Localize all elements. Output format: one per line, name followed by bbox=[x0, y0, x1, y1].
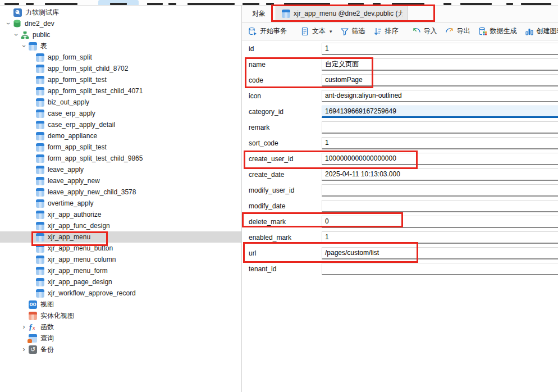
tree-node-queries[interactable]: › 查询 bbox=[0, 332, 241, 344]
tree-node-table-overtime_apply[interactable]: overtime_apply bbox=[0, 198, 241, 209]
table-icon bbox=[36, 76, 44, 84]
tree-node-table-form_app_split_test_child_9865[interactable]: form_app_split_test_child_9865 bbox=[0, 153, 241, 164]
tree-node-label: dne2_dev bbox=[25, 20, 54, 28]
tree-node-label: xjr_app_authorize bbox=[48, 211, 101, 218]
tree-node-table-app_form_split_test_child_4071[interactable]: app_form_split_test_child_4071 bbox=[0, 85, 241, 97]
tree-node-label: xjr_app_menu bbox=[48, 233, 90, 241]
field-value-input[interactable] bbox=[322, 121, 558, 134]
begin-transaction-icon bbox=[248, 27, 257, 36]
field-value-input[interactable]: /pages/custom/list bbox=[322, 247, 558, 259]
table-icon bbox=[36, 188, 44, 197]
field-label: tenant_id bbox=[242, 265, 322, 273]
chevron-expanded-icon[interactable]: › bbox=[5, 20, 12, 28]
field-value-input[interactable]: 1 bbox=[322, 137, 558, 149]
field-value-input[interactable]: 2025-04-11 10:13:03.000 bbox=[322, 168, 558, 181]
table-icon bbox=[36, 98, 44, 107]
tree-node-table-biz_out_apply[interactable]: biz_out_apply bbox=[0, 97, 241, 108]
tab-objects[interactable]: 对象 bbox=[242, 6, 276, 22]
database-icon bbox=[13, 20, 21, 28]
tree-node-label: xjr_app_menu_button bbox=[48, 244, 113, 252]
tree-node-table-app_form_split[interactable]: app_form_split bbox=[0, 52, 241, 63]
schema-icon bbox=[21, 31, 29, 39]
field-value-input[interactable]: 1694139669167259649 bbox=[322, 106, 558, 118]
data-generation-button[interactable]: 数据生成 bbox=[474, 24, 521, 38]
field-value-input[interactable]: 1 bbox=[322, 231, 558, 244]
tree-node-table-app_form_split_test[interactable]: app_form_split_test bbox=[0, 74, 241, 85]
record-field-row-url: url /pages/custom/list bbox=[242, 245, 558, 261]
tree-node-table-app_form_split_child_8702[interactable]: app_form_split_child_8702 bbox=[0, 63, 241, 74]
chevron-collapsed-icon[interactable]: › bbox=[20, 323, 28, 330]
tree-node-table-xjr_app_menu[interactable]: xjr_app_menu bbox=[0, 231, 241, 243]
tree-node-table-xjr_app_func_design[interactable]: xjr_app_func_design bbox=[0, 220, 241, 231]
field-value-input[interactable]: ant-design:aliyun-outlined bbox=[322, 90, 558, 102]
text-view-button[interactable]: 文本 ▾ bbox=[296, 24, 336, 38]
tree-node-views[interactable]: › oo 视图 bbox=[0, 299, 241, 310]
tree-node-table-xjr_workflow_approve_record[interactable]: xjr_workflow_approve_record bbox=[0, 288, 241, 299]
sort-icon bbox=[373, 27, 382, 36]
postgresql-connection-icon bbox=[13, 8, 22, 17]
field-label: remark bbox=[242, 124, 322, 131]
tree-node-table-form_app_split_test[interactable]: form_app_split_test bbox=[0, 142, 241, 153]
data-generation-icon bbox=[478, 27, 487, 36]
record-field-row-create_date: create_date 2025-04-11 10:13:03.000 bbox=[242, 167, 558, 183]
filter-button[interactable]: 筛选 bbox=[336, 24, 369, 38]
tree-node-backups[interactable]: › ↺ 备份 bbox=[0, 344, 241, 355]
tree-node-table-leave_apply[interactable]: leave_apply bbox=[0, 164, 241, 175]
tree-node-functions[interactable]: › ƒx 函数 bbox=[0, 321, 241, 332]
field-value-input[interactable]: 1 bbox=[322, 43, 558, 55]
tree-node-table-xjr_app_menu_column[interactable]: xjr_app_menu_column bbox=[0, 254, 241, 265]
field-value-input[interactable] bbox=[322, 200, 558, 212]
table-icon bbox=[36, 65, 44, 73]
export-icon bbox=[445, 27, 454, 36]
tree-node-label: xjr_app_menu_column bbox=[48, 256, 116, 263]
data-toolbar: 开始事务 文本 ▾ 筛选 排序 bbox=[242, 22, 558, 40]
chevron-collapsed-icon[interactable]: › bbox=[20, 346, 28, 353]
tree-node-table-demo_appliance[interactable]: demo_appliance bbox=[0, 130, 241, 142]
table-icon bbox=[36, 222, 44, 230]
export-button[interactable]: 导出 bbox=[441, 24, 474, 38]
tree-node-tables-folder[interactable]: › 表 bbox=[0, 40, 241, 52]
chevron-expanded-icon[interactable]: › bbox=[21, 43, 28, 50]
tree-node-label: xjr_app_func_design bbox=[48, 222, 110, 230]
table-icon bbox=[36, 199, 44, 208]
create-chart-button[interactable]: 创建图表 bbox=[521, 24, 558, 38]
tree-node-schema[interactable]: › public bbox=[0, 29, 241, 40]
table-icon bbox=[36, 154, 44, 163]
chevron-expanded-icon[interactable]: › bbox=[13, 31, 20, 39]
tree-node-table-leave_apply_new[interactable]: leave_apply_new bbox=[0, 175, 241, 186]
sort-button[interactable]: 排序 bbox=[369, 24, 403, 38]
field-value-input[interactable] bbox=[322, 184, 558, 197]
tree-node-label: biz_out_apply bbox=[48, 98, 89, 106]
field-label: delete_mark bbox=[242, 218, 322, 226]
field-value-input[interactable] bbox=[322, 263, 558, 275]
import-button[interactable]: 导入 bbox=[408, 24, 441, 38]
views-icon: oo bbox=[29, 300, 37, 309]
tab-table-xjr-app-menu[interactable]: xjr_app_menu @dne2_dev.public (力... bbox=[276, 6, 408, 22]
tree-node-table-xjr_app_page_design[interactable]: xjr_app_page_design bbox=[0, 276, 241, 288]
tree-node-table-case_erp_apply_detail[interactable]: case_erp_apply_detail bbox=[0, 119, 241, 130]
tree-node-connection[interactable]: 力软测试库 bbox=[0, 7, 241, 18]
record-field-row-modify_user_id: modify_user_id bbox=[242, 183, 558, 198]
tree-node-table-leave_apply_new_child_3578[interactable]: leave_apply_new_child_3578 bbox=[0, 186, 241, 198]
tree-node-label: form_app_split_test bbox=[48, 143, 107, 151]
field-value-input[interactable]: customPage bbox=[322, 74, 558, 86]
field-value-input[interactable]: 自定义页面 bbox=[322, 58, 558, 71]
tree-node-table-xjr_app_menu_form[interactable]: xjr_app_menu_form bbox=[0, 265, 241, 276]
tree-node-database[interactable]: › dne2_dev bbox=[0, 18, 241, 29]
field-value-input[interactable]: 0 bbox=[322, 216, 558, 228]
record-field-row-icon: icon ant-design:aliyun-outlined bbox=[242, 88, 558, 104]
tree-node-table-xjr_app_menu_button[interactable]: xjr_app_menu_button bbox=[0, 243, 241, 254]
tree-node-label: 力软测试库 bbox=[25, 8, 59, 17]
table-icon bbox=[36, 87, 44, 95]
tree-node-materialized-views[interactable]: › 实体化视图 bbox=[0, 310, 241, 321]
tree-node-label: 函数 bbox=[40, 322, 54, 332]
table-icon bbox=[36, 256, 44, 264]
import-icon bbox=[412, 27, 421, 36]
field-label: enabled_mark bbox=[242, 234, 322, 241]
table-icon bbox=[36, 177, 44, 185]
tree-node-label: case_erp_apply bbox=[48, 110, 95, 117]
begin-transaction-button[interactable]: 开始事务 bbox=[244, 24, 291, 38]
tree-node-table-case_erp_apply[interactable]: case_erp_apply bbox=[0, 108, 241, 119]
tree-node-table-xjr_app_authorize[interactable]: xjr_app_authorize bbox=[0, 209, 241, 220]
field-value-input[interactable]: 1000000000000000000 bbox=[322, 153, 558, 165]
